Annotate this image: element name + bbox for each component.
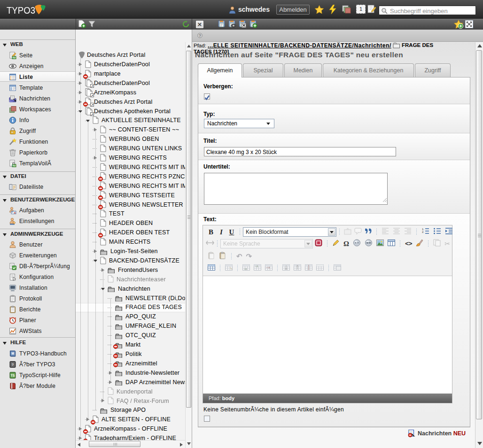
svg-text:TS: TS xyxy=(11,374,15,377)
svg-text:M: M xyxy=(12,352,14,355)
svg-text:TV: TV xyxy=(12,56,16,59)
svg-text:2.: 2. xyxy=(422,231,424,233)
svg-text:?: ? xyxy=(12,363,14,367)
svg-text:TV: TV xyxy=(12,164,16,167)
